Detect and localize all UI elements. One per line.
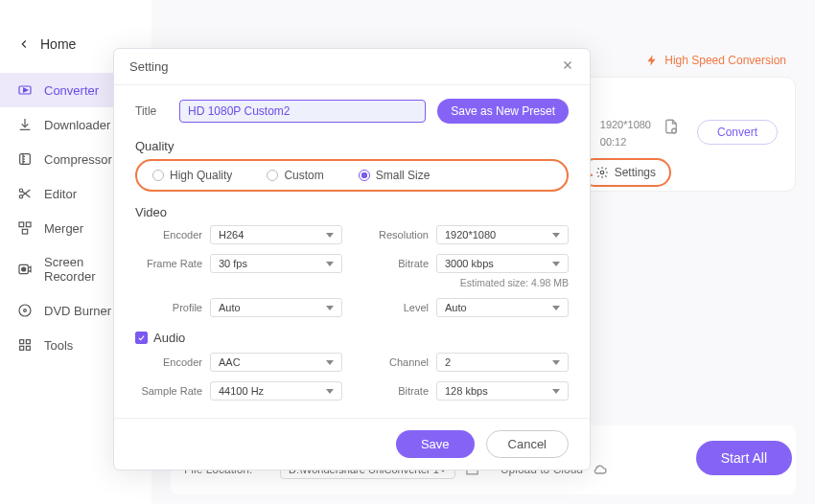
audio-section-title: Audio — [153, 331, 185, 345]
resolution-label: Resolution — [361, 229, 429, 241]
svg-point-22 — [19, 305, 31, 316]
video-framerate-select[interactable]: 30 fps — [210, 254, 342, 273]
channel-label: Channel — [361, 356, 429, 368]
high-speed-label: High Speed Conversion — [664, 54, 786, 67]
estimated-size: Estimated size: 4.98 MB — [361, 277, 569, 288]
audio-encoder-select[interactable]: AAC — [210, 353, 342, 372]
audio-encoder-label: Encoder — [135, 356, 202, 368]
download-icon — [17, 117, 33, 132]
video-level-select[interactable]: Auto — [436, 298, 569, 317]
quality-radio-group: High Quality Custom Small Size — [135, 159, 569, 192]
audio-checkbox[interactable] — [135, 332, 148, 344]
svg-rect-26 — [20, 346, 24, 350]
settings-button-label: Settings — [615, 166, 656, 179]
video-bitrate-label: Bitrate — [361, 258, 429, 269]
sidebar-item-label: DVD Burner — [44, 304, 111, 318]
merge-icon — [17, 220, 33, 236]
svg-point-13 — [19, 189, 22, 192]
title-label: Title — [135, 104, 168, 118]
audio-bitrate-label: Bitrate — [361, 385, 429, 397]
video-profile-select[interactable]: Auto — [210, 298, 342, 317]
encoder-label: Encoder — [135, 229, 202, 241]
media-duration: 00:12 — [600, 133, 651, 150]
settings-button[interactable]: Settings — [580, 158, 671, 187]
svg-point-28 — [672, 128, 677, 133]
home-label: Home — [40, 36, 76, 52]
modal-title: Setting — [129, 59, 168, 74]
svg-marker-11 — [24, 88, 28, 92]
audio-channel-select[interactable]: 2 — [436, 353, 569, 372]
level-label: Level — [361, 302, 429, 313]
quality-custom-radio[interactable]: Custom — [267, 169, 323, 182]
check-icon — [137, 333, 146, 342]
sidebar-item-label: Merger — [44, 221, 83, 236]
quality-small-radio[interactable]: Small Size — [359, 169, 431, 182]
media-resolution: 1920*1080 — [600, 116, 651, 133]
convert-button[interactable]: Convert — [697, 120, 778, 145]
svg-rect-27 — [26, 346, 30, 350]
svg-point-14 — [19, 195, 22, 198]
svg-rect-25 — [26, 340, 30, 344]
record-icon — [17, 262, 33, 277]
framerate-label: Frame Rate — [135, 258, 202, 269]
gear-icon — [595, 166, 609, 179]
sidebar-item-label: Downloader — [44, 118, 110, 132]
high-speed-badge: High Speed Conversion — [645, 54, 786, 67]
start-all-button[interactable]: Start All — [696, 441, 792, 475]
svg-point-29 — [600, 171, 604, 174]
svg-rect-17 — [19, 222, 24, 227]
samplerate-label: Sample Rate — [135, 385, 202, 397]
disc-icon — [17, 303, 33, 318]
sidebar-item-label: Converter — [44, 83, 99, 98]
sidebar-item-label: Compressor — [44, 152, 112, 167]
save-button[interactable]: Save — [396, 430, 475, 458]
svg-rect-24 — [20, 340, 24, 344]
cloud-icon[interactable] — [593, 462, 608, 477]
sidebar-item-label: Tools — [44, 338, 73, 353]
svg-point-23 — [24, 309, 27, 312]
video-bitrate-select[interactable]: 3000 kbps — [436, 254, 569, 273]
quality-section-title: Quality — [135, 139, 569, 153]
close-icon — [561, 58, 574, 72]
file-settings-icon[interactable] — [663, 118, 680, 139]
grid-icon — [17, 337, 33, 353]
media-info: 1920*1080 00:12 — [600, 116, 651, 150]
sidebar-item-label: Editor — [44, 187, 77, 201]
audio-samplerate-select[interactable]: 44100 Hz — [210, 381, 342, 401]
svg-rect-19 — [22, 229, 27, 234]
settings-modal: Setting Title Save as New Preset Quality… — [113, 48, 591, 470]
video-section-title: Video — [135, 205, 569, 219]
title-input[interactable] — [179, 100, 426, 123]
profile-label: Profile — [135, 302, 202, 313]
video-resolution-select[interactable]: 1920*1080 — [436, 225, 569, 244]
compress-icon — [17, 151, 33, 167]
video-encoder-select[interactable]: H264 — [210, 225, 342, 244]
scissors-icon — [17, 186, 33, 201]
save-preset-button[interactable]: Save as New Preset — [437, 99, 569, 124]
converter-icon — [17, 82, 33, 98]
lightning-icon — [645, 54, 659, 67]
svg-point-21 — [22, 267, 26, 271]
svg-rect-18 — [26, 222, 31, 227]
audio-bitrate-select[interactable]: 128 kbps — [436, 381, 569, 401]
quality-high-radio[interactable]: High Quality — [152, 169, 232, 182]
cancel-button[interactable]: Cancel — [486, 430, 569, 458]
modal-close-button[interactable] — [561, 58, 574, 75]
chevron-left-icon — [17, 37, 31, 51]
